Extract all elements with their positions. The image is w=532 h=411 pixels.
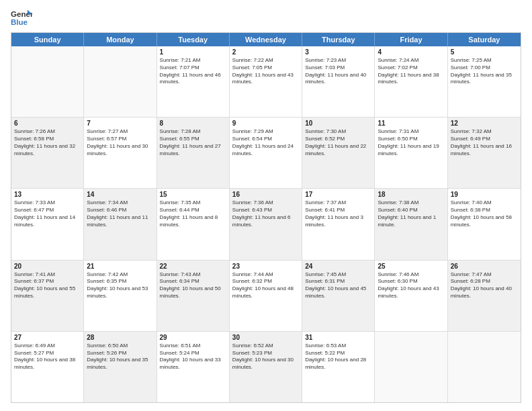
calendar-body: 1Sunrise: 7:21 AM Sunset: 7:07 PM Daylig… (11, 46, 521, 402)
calendar-week-row: 6Sunrise: 7:26 AM Sunset: 6:58 PM Daylig… (11, 118, 521, 189)
calendar-cell: 11Sunrise: 7:31 AM Sunset: 6:50 PM Dayli… (375, 118, 447, 188)
calendar-cell: 22Sunrise: 7:43 AM Sunset: 6:34 PM Dayli… (157, 261, 230, 331)
calendar-cell: 28Sunrise: 6:50 AM Sunset: 5:26 PM Dayli… (84, 332, 157, 402)
day-number: 5 (451, 48, 518, 56)
day-info: Sunrise: 7:22 AM Sunset: 7:05 PM Dayligh… (232, 57, 299, 86)
day-number: 14 (87, 191, 153, 198)
calendar-cell (84, 46, 157, 117)
calendar-cell: 29Sunrise: 6:51 AM Sunset: 5:24 PM Dayli… (157, 332, 230, 402)
day-info: Sunrise: 7:40 AM Sunset: 6:38 PM Dayligh… (451, 199, 518, 228)
day-info: Sunrise: 7:47 AM Sunset: 6:28 PM Dayligh… (451, 271, 518, 300)
day-info: Sunrise: 7:43 AM Sunset: 6:34 PM Dayligh… (160, 271, 226, 300)
calendar-header-cell: Thursday (302, 33, 375, 46)
day-info: Sunrise: 6:53 AM Sunset: 5:22 PM Dayligh… (305, 342, 371, 371)
calendar-cell: 23Sunrise: 7:44 AM Sunset: 6:32 PM Dayli… (230, 261, 302, 331)
day-info: Sunrise: 7:28 AM Sunset: 6:55 PM Dayligh… (160, 128, 226, 157)
calendar: SundayMondayTuesdayWednesdayThursdayFrid… (11, 32, 521, 403)
day-number: 25 (378, 263, 444, 270)
day-number: 3 (305, 48, 371, 56)
day-info: Sunrise: 6:52 AM Sunset: 5:23 PM Dayligh… (232, 342, 299, 371)
day-number: 10 (305, 120, 371, 127)
day-number: 23 (232, 263, 299, 270)
day-number: 9 (232, 120, 299, 127)
day-number: 4 (378, 48, 444, 56)
calendar-cell: 31Sunrise: 6:53 AM Sunset: 5:22 PM Dayli… (302, 332, 375, 402)
day-number: 31 (305, 334, 371, 341)
day-number: 20 (14, 263, 81, 270)
day-info: Sunrise: 7:29 AM Sunset: 6:54 PM Dayligh… (232, 128, 299, 157)
calendar-cell: 24Sunrise: 7:45 AM Sunset: 6:31 PM Dayli… (302, 261, 375, 331)
calendar-cell: 21Sunrise: 7:42 AM Sunset: 6:35 PM Dayli… (84, 261, 157, 331)
day-number: 22 (160, 263, 226, 270)
calendar-cell: 7Sunrise: 7:27 AM Sunset: 6:57 PM Daylig… (84, 118, 157, 188)
day-info: Sunrise: 7:46 AM Sunset: 6:30 PM Dayligh… (378, 271, 444, 300)
day-info: Sunrise: 7:25 AM Sunset: 7:00 PM Dayligh… (451, 57, 518, 86)
calendar-header-cell: Wednesday (230, 33, 302, 46)
day-info: Sunrise: 7:30 AM Sunset: 6:52 PM Dayligh… (305, 128, 371, 157)
calendar-cell: 14Sunrise: 7:34 AM Sunset: 6:46 PM Dayli… (84, 189, 157, 259)
day-number: 16 (232, 191, 299, 198)
day-info: Sunrise: 7:44 AM Sunset: 6:32 PM Dayligh… (232, 271, 299, 300)
day-number: 28 (87, 334, 153, 341)
page: General Blue SundayMondayTuesdayWednesda… (0, 0, 532, 411)
day-number: 8 (160, 120, 226, 127)
day-number: 17 (305, 191, 371, 198)
day-info: Sunrise: 7:34 AM Sunset: 6:46 PM Dayligh… (87, 199, 153, 228)
day-info: Sunrise: 7:35 AM Sunset: 6:44 PM Dayligh… (160, 199, 226, 228)
calendar-cell (375, 332, 447, 402)
day-info: Sunrise: 7:26 AM Sunset: 6:58 PM Dayligh… (14, 128, 81, 157)
calendar-cell: 17Sunrise: 7:37 AM Sunset: 6:41 PM Dayli… (302, 189, 375, 259)
day-number: 11 (378, 120, 444, 127)
day-info: Sunrise: 7:36 AM Sunset: 6:43 PM Dayligh… (232, 199, 299, 228)
day-number: 30 (232, 334, 299, 341)
calendar-header-cell: Tuesday (157, 33, 230, 46)
calendar-cell (448, 332, 521, 402)
day-number: 2 (232, 48, 299, 56)
day-number: 12 (451, 120, 518, 127)
calendar-cell: 13Sunrise: 7:33 AM Sunset: 6:47 PM Dayli… (11, 189, 84, 259)
calendar-cell: 1Sunrise: 7:21 AM Sunset: 7:07 PM Daylig… (157, 46, 230, 117)
calendar-header-cell: Friday (375, 33, 447, 46)
day-number: 21 (87, 263, 153, 270)
calendar-cell: 10Sunrise: 7:30 AM Sunset: 6:52 PM Dayli… (302, 118, 375, 188)
day-info: Sunrise: 7:27 AM Sunset: 6:57 PM Dayligh… (87, 128, 153, 157)
day-info: Sunrise: 7:31 AM Sunset: 6:50 PM Dayligh… (378, 128, 444, 157)
calendar-cell: 15Sunrise: 7:35 AM Sunset: 6:44 PM Dayli… (157, 189, 230, 259)
day-info: Sunrise: 6:51 AM Sunset: 5:24 PM Dayligh… (160, 342, 226, 371)
calendar-week-row: 13Sunrise: 7:33 AM Sunset: 6:47 PM Dayli… (11, 189, 521, 260)
calendar-header-cell: Monday (84, 33, 157, 46)
calendar-header-cell: Saturday (448, 33, 521, 46)
calendar-cell: 30Sunrise: 6:52 AM Sunset: 5:23 PM Dayli… (230, 332, 302, 402)
day-number: 18 (378, 191, 444, 198)
calendar-week-row: 27Sunrise: 6:49 AM Sunset: 5:27 PM Dayli… (11, 332, 521, 402)
day-number: 7 (87, 120, 153, 127)
svg-text:Blue: Blue (11, 18, 28, 26)
calendar-cell: 5Sunrise: 7:25 AM Sunset: 7:00 PM Daylig… (448, 46, 521, 117)
day-info: Sunrise: 7:45 AM Sunset: 6:31 PM Dayligh… (305, 271, 371, 300)
day-number: 13 (14, 191, 81, 198)
day-info: Sunrise: 7:38 AM Sunset: 6:40 PM Dayligh… (378, 199, 444, 228)
calendar-cell: 16Sunrise: 7:36 AM Sunset: 6:43 PM Dayli… (230, 189, 302, 259)
day-info: Sunrise: 7:24 AM Sunset: 7:02 PM Dayligh… (378, 57, 444, 86)
calendar-cell: 12Sunrise: 7:32 AM Sunset: 6:49 PM Dayli… (448, 118, 521, 188)
day-number: 19 (451, 191, 518, 198)
calendar-week-row: 20Sunrise: 7:41 AM Sunset: 6:37 PM Dayli… (11, 261, 521, 332)
calendar-cell: 27Sunrise: 6:49 AM Sunset: 5:27 PM Dayli… (11, 332, 84, 402)
logo-icon: General Blue (11, 8, 32, 27)
day-info: Sunrise: 6:50 AM Sunset: 5:26 PM Dayligh… (87, 342, 153, 371)
calendar-cell: 18Sunrise: 7:38 AM Sunset: 6:40 PM Dayli… (375, 189, 447, 259)
day-number: 15 (160, 191, 226, 198)
day-info: Sunrise: 7:41 AM Sunset: 6:37 PM Dayligh… (14, 271, 81, 300)
day-info: Sunrise: 6:49 AM Sunset: 5:27 PM Dayligh… (14, 342, 81, 371)
day-info: Sunrise: 7:21 AM Sunset: 7:07 PM Dayligh… (160, 57, 226, 86)
day-number: 27 (14, 334, 81, 341)
calendar-cell: 4Sunrise: 7:24 AM Sunset: 7:02 PM Daylig… (375, 46, 447, 117)
day-info: Sunrise: 7:33 AM Sunset: 6:47 PM Dayligh… (14, 199, 81, 228)
day-number: 26 (451, 263, 518, 270)
day-info: Sunrise: 7:37 AM Sunset: 6:41 PM Dayligh… (305, 199, 371, 228)
calendar-cell: 2Sunrise: 7:22 AM Sunset: 7:05 PM Daylig… (230, 46, 302, 117)
logo: General Blue (11, 8, 32, 27)
calendar-cell: 26Sunrise: 7:47 AM Sunset: 6:28 PM Dayli… (448, 261, 521, 331)
calendar-cell: 9Sunrise: 7:29 AM Sunset: 6:54 PM Daylig… (230, 118, 302, 188)
day-info: Sunrise: 7:23 AM Sunset: 7:03 PM Dayligh… (305, 57, 371, 86)
